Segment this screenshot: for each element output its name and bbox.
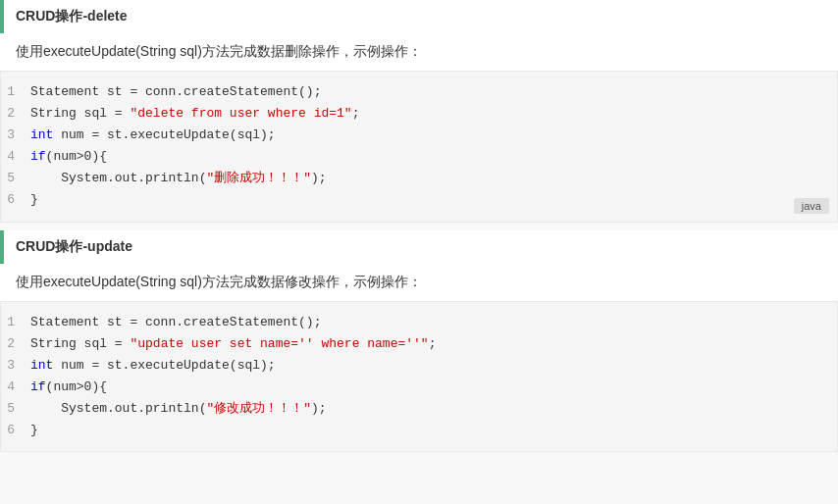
line-code-0-0: Statement st = conn.createStatement(); bbox=[30, 81, 825, 103]
line-num-1-3: 4 bbox=[1, 377, 30, 398]
code-token: int bbox=[30, 358, 53, 373]
code-token: ; bbox=[352, 106, 360, 121]
page-container: CRUD操作-delete使用executeUpdate(String sql)… bbox=[0, 0, 838, 504]
code-token: num = st.executeUpdate(sql); bbox=[53, 358, 275, 373]
section-header-0: CRUD操作-delete bbox=[0, 0, 838, 33]
line-num-1-5: 6 bbox=[1, 420, 30, 441]
line-code-1-5: } bbox=[30, 420, 825, 441]
code-token: System.out.println( bbox=[30, 401, 206, 416]
code-token: int bbox=[30, 127, 53, 142]
line-code-1-2: int num = st.executeUpdate(sql); bbox=[30, 355, 825, 377]
line-num-0-2: 3 bbox=[1, 125, 30, 146]
code-token: "delete from user where id=1" bbox=[130, 106, 351, 121]
line-num-0-1: 2 bbox=[1, 103, 30, 125]
line-code-1-0: Statement st = conn.createStatement(); bbox=[30, 312, 825, 333]
line-code-1-3: if(num>0){ bbox=[30, 377, 825, 398]
code-line-0-5: 6} bbox=[1, 189, 837, 211]
code-token: num = st.executeUpdate(sql); bbox=[53, 127, 275, 142]
code-token: "修改成功！！！" bbox=[206, 401, 311, 416]
line-code-0-2: int num = st.executeUpdate(sql); bbox=[30, 125, 825, 146]
code-token: (num>0){ bbox=[46, 379, 107, 394]
code-token: Statement st = conn.createStatement(); bbox=[30, 84, 321, 99]
code-line-1-3: 4if(num>0){ bbox=[1, 377, 837, 398]
code-line-0-2: 3int num = st.executeUpdate(sql); bbox=[1, 125, 837, 146]
line-num-1-4: 5 bbox=[1, 398, 30, 420]
code-token: if bbox=[30, 379, 46, 394]
code-line-0-4: 5 System.out.println("删除成功！！！"); bbox=[1, 168, 837, 189]
code-token: "update user set name='' where name=''" bbox=[130, 336, 428, 351]
code-token: ); bbox=[311, 401, 327, 416]
line-num-0-3: 4 bbox=[1, 146, 30, 168]
code-token: ); bbox=[311, 171, 327, 185]
section-desc-0: 使用executeUpdate(String sql)方法完成数据删除操作，示例… bbox=[0, 33, 838, 71]
line-num-1-1: 2 bbox=[1, 333, 30, 355]
code-line-1-2: 3int num = st.executeUpdate(sql); bbox=[1, 355, 837, 377]
line-num-0-0: 1 bbox=[1, 81, 30, 103]
code-token: if bbox=[30, 149, 46, 164]
code-token: System.out.println( bbox=[30, 171, 206, 185]
code-line-0-0: 1Statement st = conn.createStatement(); bbox=[1, 81, 837, 103]
line-code-0-1: String sql = "delete from user where id=… bbox=[30, 103, 825, 125]
code-line-1-4: 5 System.out.println("修改成功！！！"); bbox=[1, 398, 837, 420]
update-section: CRUD操作-update使用executeUpdate(String sql)… bbox=[0, 230, 838, 453]
code-line-1-1: 2String sql = "update user set name='' w… bbox=[1, 333, 837, 355]
code-token: } bbox=[30, 423, 38, 437]
code-line-0-3: 4if(num>0){ bbox=[1, 146, 837, 168]
line-code-1-4: System.out.println("修改成功！！！"); bbox=[30, 398, 825, 420]
line-code-0-5: } bbox=[30, 189, 825, 211]
code-block-1: 1Statement st = conn.createStatement();2… bbox=[0, 301, 838, 453]
lang-badge: java bbox=[794, 198, 829, 214]
code-block-0: 1Statement st = conn.createStatement();2… bbox=[0, 71, 838, 223]
code-token: (num>0){ bbox=[46, 149, 107, 164]
code-line-1-0: 1Statement st = conn.createStatement(); bbox=[1, 312, 837, 333]
line-num-0-5: 6 bbox=[1, 189, 30, 211]
code-token: } bbox=[30, 192, 38, 207]
line-num-1-0: 1 bbox=[1, 312, 30, 333]
line-code-0-3: if(num>0){ bbox=[30, 146, 825, 168]
code-line-1-5: 6} bbox=[1, 420, 837, 441]
code-token: "删除成功！！！" bbox=[206, 171, 311, 185]
line-num-0-4: 5 bbox=[1, 168, 30, 189]
line-code-1-1: String sql = "update user set name='' wh… bbox=[30, 333, 825, 355]
section-header-1: CRUD操作-update bbox=[0, 230, 838, 264]
code-line-0-1: 2String sql = "delete from user where id… bbox=[1, 103, 837, 125]
code-token: String sql = bbox=[30, 106, 130, 121]
code-token: ; bbox=[429, 336, 437, 351]
code-token: String sql = bbox=[30, 336, 130, 351]
section-desc-1: 使用executeUpdate(String sql)方法完成数据修改操作，示例… bbox=[0, 264, 838, 301]
line-code-0-4: System.out.println("删除成功！！！"); bbox=[30, 168, 825, 189]
delete-section: CRUD操作-delete使用executeUpdate(String sql)… bbox=[0, 0, 838, 223]
line-num-1-2: 3 bbox=[1, 355, 30, 377]
code-token: Statement st = conn.createStatement(); bbox=[30, 315, 321, 329]
